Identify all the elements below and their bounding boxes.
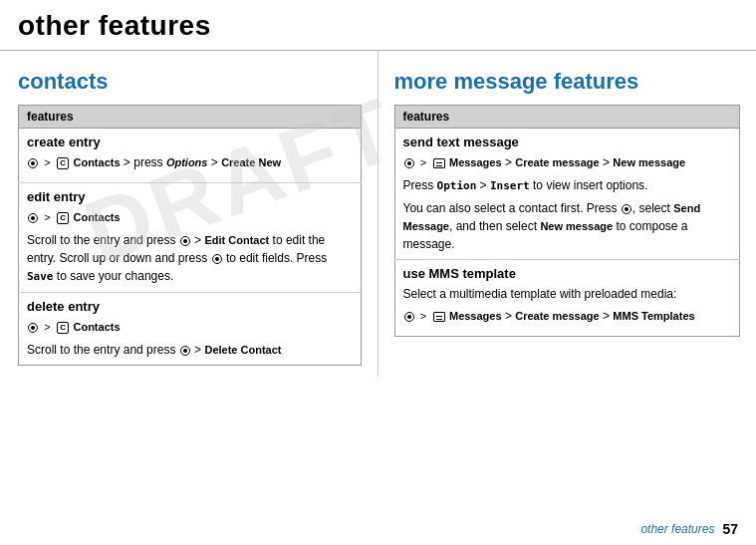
left-column: contacts features create entry > Contact…	[0, 51, 378, 376]
edit-nav: > Contacts	[27, 208, 353, 227]
page-header: other features	[0, 0, 756, 51]
nav-bullet-icon	[212, 254, 222, 264]
send-text-body2: You can also select a contact first. Pre…	[403, 199, 732, 253]
more-messages-section-title: more message features	[394, 69, 741, 95]
contacts-section-title: contacts	[18, 69, 362, 95]
contacts-table-header: features	[19, 106, 362, 129]
delete-nav: > Contacts	[27, 318, 353, 337]
contacts-table: features create entry > Contacts > press…	[18, 105, 362, 366]
messages-icon	[433, 158, 445, 168]
footer-text: other features	[640, 522, 714, 536]
table-row: edit entry > Contacts Scroll to the entr…	[19, 183, 362, 293]
right-column: more message features features send text…	[378, 51, 757, 376]
mms-body: Select a multimedia template with preloa…	[403, 285, 732, 303]
messages-table: features send text message > Messages > …	[394, 105, 741, 337]
feature-name-create: create entry	[27, 135, 353, 149]
messages-header-row: features	[394, 106, 740, 129]
messages-table-header: features	[394, 106, 740, 129]
nav-bullet-icon	[180, 236, 190, 246]
nav-bullet-icon	[180, 346, 190, 356]
nav-bullet-icon	[404, 158, 414, 168]
feature-name-send-text: send text message	[403, 135, 732, 149]
delete-body: Scroll to the entry and press > Delete C…	[27, 341, 353, 359]
send-text-nav: > Messages > Create message > New messag…	[403, 153, 732, 172]
table-row: delete entry > Contacts Scroll to the en…	[19, 292, 362, 365]
feature-name-delete: delete entry	[27, 299, 353, 314]
page-title: other features	[18, 10, 738, 42]
page-footer: other features 57	[640, 521, 738, 537]
nav-bullet-icon	[28, 213, 38, 223]
contacts-icon	[57, 322, 69, 334]
contacts-header-row: features	[19, 106, 362, 129]
nav-bullet-icon	[28, 158, 38, 168]
messages-icon	[433, 312, 445, 322]
table-row: send text message > Messages > Create me…	[394, 129, 740, 260]
feature-name-mms: use MMS template	[403, 266, 732, 281]
send-text-body1: Press Option > Insert to view insert opt…	[403, 176, 732, 195]
footer-page-number: 57	[722, 521, 738, 537]
nav-bullet-icon	[622, 204, 631, 214]
feature-name-edit: edit entry	[27, 189, 353, 204]
contacts-icon	[57, 212, 69, 224]
edit-body: Scroll to the entry and press > Edit Con…	[27, 231, 353, 286]
nav-bullet-icon	[404, 312, 414, 322]
table-row: use MMS template Select a multimedia tem…	[394, 259, 740, 336]
mms-nav: > Messages > Create message > MMS Templa…	[403, 307, 732, 326]
create-nav: > Contacts > press Options > Create New	[27, 153, 353, 172]
contacts-icon	[57, 157, 69, 169]
table-row: create entry > Contacts > press Options …	[19, 129, 362, 183]
nav-bullet-icon	[28, 323, 38, 333]
content-area: contacts features create entry > Contact…	[0, 51, 756, 376]
